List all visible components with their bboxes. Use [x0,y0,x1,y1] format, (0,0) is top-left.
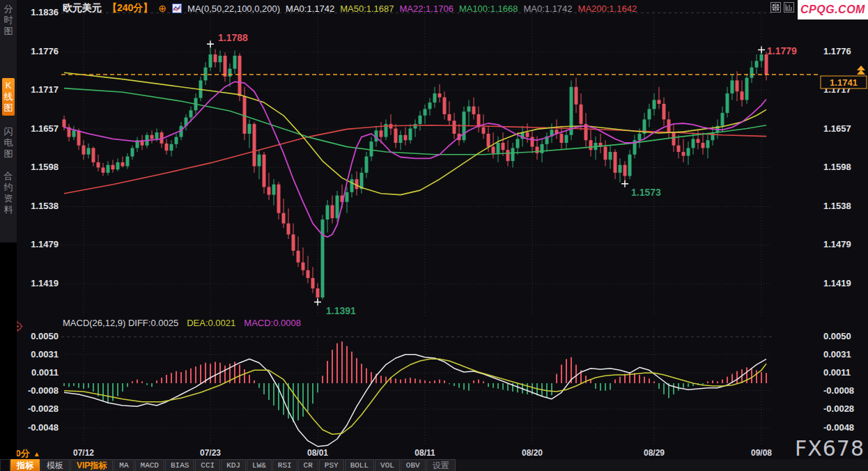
price-tick-left: 1.1479 [31,239,59,249]
sidebar-item-contract-info[interactable]: 合约资料 [2,169,15,217]
ma-value-label: MA200:1.1642 [578,3,637,14]
sidebar-item-timeline-chart[interactable]: 分时图 [2,1,15,39]
watermark: FX678 [795,436,865,461]
date-label: 08/01 [307,448,328,458]
macd-tick-right: 0.0050 [823,331,851,341]
macd-tick-right: -0.0028 [823,403,854,414]
macd-value-label: MACD:0.0008 [244,318,301,328]
extreme-cross-marker [621,180,628,187]
price-tick-right: 1.1538 [823,201,851,211]
plus-circle-icon[interactable]: ⊕ [158,3,166,13]
macd-tick-left: 0.0050 [31,331,59,341]
toolbar-button-BOLL[interactable]: BOLL [345,459,374,471]
macd-tick-left: -0.0048 [28,422,59,433]
axis-scale-icon[interactable] [784,2,794,13]
pane-layout-icon[interactable] [770,2,781,13]
price-tick-left: 1.1598 [31,162,59,172]
ma-values: MA0:1.1742MA50:1.1687MA22:1.1706MA100:1.… [286,3,642,14]
toolbar-button-KDJ[interactable]: KDJ [221,459,246,471]
ma-value-label: MA50:1.1687 [340,3,394,14]
date-label: 09/08 [751,448,772,458]
ma-value-label: MA0:1.1742 [286,3,334,14]
price-tick-right: 1.1776 [823,46,851,56]
ma-lines-layer [64,72,766,237]
macd-tick-left: -0.0028 [28,403,59,414]
date-label: 08/20 [522,448,543,458]
sidebar-item-candlestick-chart[interactable]: K线图 [2,78,15,116]
macd-tick-left: 0.0031 [31,349,59,360]
toolbar-button-MACD[interactable]: MACD [135,459,164,471]
ma-value-label: MA22:1.1706 [400,3,454,14]
macd-tick-right: -0.0048 [823,422,854,433]
date-label: 07/23 [200,448,221,458]
date-label: 07/12 [73,448,94,458]
ma-value-label: MA100:1.1668 [459,3,518,14]
toolbar-button-CR[interactable]: CR [298,459,318,471]
macd-header: MACD(26,12,9) DIFF:0.0025 DEA:0.0021 MAC… [63,318,301,328]
up-triangle-icon: ▲ [33,450,40,458]
toolbar-button-BIAS[interactable]: BIAS [165,459,194,471]
window-icons [770,2,794,13]
macd-formula-diff-label: MACD(26,12,9) DIFF:0.0025 [63,318,178,328]
macd-tick-left: -0.0008 [28,385,59,396]
chart-canvas[interactable]: 07/1207/2308/0108/1108/2008/2909/081.183… [0,0,868,471]
symbol-label: 欧元美元 [63,2,102,15]
macd-tick-right: -0.0008 [823,385,854,396]
high-price-label: 1.1788 [218,32,248,43]
toolbar-button-OBV[interactable]: OBV [401,459,426,471]
macd-tick-left: 0.0011 [31,367,59,378]
sidebar-item-lightning-chart[interactable]: 闪电图 [2,124,15,162]
toolbar-button-设置[interactable]: 设置 [426,459,456,471]
price-tick-left: 1.1419 [31,278,59,288]
toolbar-button-模板[interactable]: 模板 [40,459,70,471]
price-tick-right: 1.1479 [823,239,851,249]
low-price-label: 1.1391 [326,305,356,316]
app-root: 分时图 K线图 闪电图 合约资料 欧元美元 【240分】 ⊕ MA(0,50,2… [0,0,868,471]
extreme-cross-marker [207,40,214,47]
grid-layer [61,11,772,445]
toolbar-button-VIP指标[interactable]: VIP指标 [70,459,113,471]
date-label: 08/29 [644,448,665,458]
toolbar-button-RSI[interactable]: RSI [272,459,297,471]
macd-tick-right: 0.0031 [823,349,851,360]
extreme-cross-marker [314,299,321,306]
low-price-label: 1.1573 [631,187,661,198]
chart-header: 欧元美元 【240分】 ⊕ MA(0,50,22,100,0,200) MA0:… [63,2,642,15]
price-tick-left: 1.1836 [31,7,59,17]
sidebar-tabs: 分时图 K线图 闪电图 合约资料 [0,0,17,242]
toolbar-button-指标[interactable]: 指标 [10,459,40,471]
bottom-toolbar: 指标模板VIP指标MAMACDBIASCCIKDJLW&RSICRPSYBOLL… [0,459,868,471]
ma-value-label: MA0:1.1742 [523,3,572,14]
toolbar-button-PSY[interactable]: PSY [319,459,344,471]
price-tick-right: 1.1657 [823,123,851,134]
toolbar-button-MA[interactable]: MA [114,459,134,471]
macd-tick-right: 0.0011 [823,367,851,378]
toolbar-button-VOL[interactable]: VOL [375,459,400,471]
period-label: 【240分】 [107,2,153,15]
price-tick-left: 1.1538 [31,201,59,211]
toolbar-button-LW&[interactable]: LW& [247,459,272,471]
high-price-label: 1.1779 [767,45,797,56]
ma-formula-label: MA(0,50,22,100,0,200) [187,3,280,14]
macd-dea-line [64,359,766,434]
extreme-cross-marker [758,47,765,54]
price-tick-right: 1.1419 [823,278,851,288]
annotations-layer: 1.17411.17881.17791.13911.1573 [61,32,867,316]
price-up-arrow-icon [857,65,865,75]
macd-dea-label: DEA:0.0021 [187,318,235,328]
price-tick-left: 1.1717 [31,84,59,95]
toolbar-corner-button[interactable] [0,459,10,471]
macd-layer [63,341,767,447]
current-price-label: 1.1741 [830,77,858,88]
date-label: 08/11 [414,448,435,458]
price-tick-right: 1.1598 [823,162,851,172]
sidebar: 分时图 K线图 闪电图 合约资料 [0,0,17,459]
price-tick-left: 1.1657 [31,123,59,134]
toolbar-button-CCI[interactable]: CCI [195,459,220,471]
chart-type-icon[interactable] [172,3,182,13]
price-tick-left: 1.1776 [31,46,59,56]
site-logo[interactable]: CPQG.COM [798,0,868,20]
ma-line-MA22 [64,82,766,237]
